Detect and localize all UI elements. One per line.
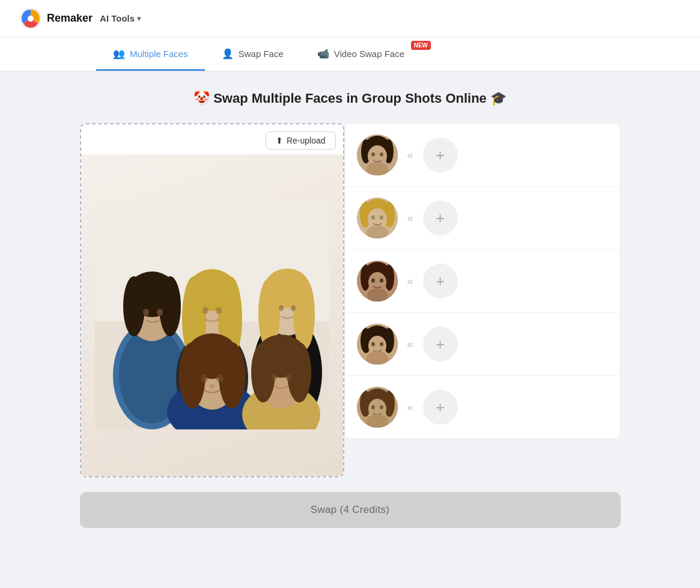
ai-tools-dropdown[interactable]: AI Tools ▾ [100, 13, 141, 23]
svg-point-47 [380, 153, 383, 157]
svg-point-71 [380, 342, 383, 347]
svg-point-33 [210, 384, 215, 388]
top-navigation: Remaker AI Tools ▾ [0, 0, 700, 37]
chevrons-left-icon-4: « [407, 338, 413, 351]
upload-panel[interactable]: ⬆ Re-upload [80, 123, 344, 477]
svg-point-79 [380, 405, 383, 410]
svg-point-30 [219, 342, 245, 408]
chevrons-left-icon-1: « [407, 149, 413, 162]
swap-button-label: Swap (4 Credits) [311, 504, 389, 515]
add-face-button-5[interactable]: + [423, 390, 458, 425]
face-list-scroll[interactable]: « + [344, 123, 621, 439]
logo-area[interactable]: Remaker AI Tools ▾ [19, 7, 141, 30]
svg-point-54 [371, 216, 375, 220]
face-row: « + [345, 313, 620, 376]
svg-point-10 [143, 309, 149, 316]
svg-point-78 [371, 405, 375, 410]
plus-icon-5: + [436, 398, 445, 417]
ai-tools-label: AI Tools [100, 13, 135, 23]
swap-face-icon: 👤 [222, 48, 234, 59]
multiple-faces-icon: 👥 [113, 48, 125, 59]
tab-swap-face[interactable]: 👤 Swap Face [205, 37, 300, 71]
chevron-down-icon: ▾ [137, 14, 141, 23]
svg-point-39 [271, 374, 277, 381]
reupload-button[interactable]: ⬆ Re-upload [266, 132, 336, 150]
new-badge: NEW [411, 41, 431, 50]
workspace: ⬆ Re-upload [80, 123, 621, 477]
svg-point-25 [291, 305, 296, 311]
svg-point-31 [201, 374, 208, 383]
page-title: 🤡 Swap Multiple Faces in Group Shots Onl… [193, 91, 507, 106]
svg-point-18 [216, 307, 222, 314]
svg-point-63 [380, 279, 383, 283]
add-face-button-3[interactable]: + [423, 264, 458, 299]
chevrons-left-icon-2: « [407, 212, 413, 225]
svg-point-38 [287, 342, 311, 402]
svg-point-55 [380, 216, 383, 220]
svg-point-9 [159, 276, 181, 336]
plus-icon-3: + [436, 272, 445, 291]
chevrons-left-icon-3: « [407, 275, 413, 288]
swap-button[interactable]: Swap (4 Credits) [80, 492, 621, 528]
svg-point-24 [279, 305, 284, 311]
plus-icon-1: + [436, 146, 445, 165]
svg-point-70 [371, 342, 375, 347]
plus-icon-4: + [436, 335, 445, 354]
svg-point-60 [385, 264, 394, 291]
svg-point-46 [371, 153, 375, 157]
reupload-label: Re-upload [287, 136, 326, 145]
video-swap-face-icon: 📹 [317, 48, 329, 59]
face-row: « + [345, 376, 620, 438]
face-avatar-5 [357, 387, 398, 428]
group-photo-area [81, 154, 343, 476]
svg-point-1 [28, 16, 34, 22]
svg-point-29 [179, 342, 205, 408]
group-photo-svg [95, 201, 329, 429]
tab-video-swap-face-label: Video Swap Face [334, 49, 404, 59]
reupload-icon: ⬆ [276, 136, 283, 145]
face-avatar-2 [357, 198, 398, 238]
tab-multiple-faces[interactable]: 👥 Multiple Faces [96, 37, 205, 71]
svg-point-59 [361, 264, 370, 291]
tab-bar: 👥 Multiple Faces 👤 Swap Face 📹 Video Swa… [0, 37, 700, 71]
tab-video-swap-face[interactable]: 📹 Video Swap Face NEW [300, 37, 428, 71]
face-avatar-1 [357, 135, 398, 175]
face-row: « + [345, 187, 620, 250]
add-face-button-4[interactable]: + [423, 327, 458, 362]
remaker-logo-icon [19, 7, 42, 30]
chevrons-left-icon-5: « [407, 401, 413, 414]
main-content: 🤡 Swap Multiple Faces in Group Shots Onl… [0, 71, 700, 552]
svg-point-32 [216, 374, 224, 383]
svg-point-62 [371, 279, 375, 283]
tab-multiple-faces-label: Multiple Faces [130, 49, 188, 59]
face-avatar-3 [357, 261, 398, 302]
face-avatar-4 [357, 324, 398, 365]
plus-icon-2: + [436, 209, 445, 228]
tab-swap-face-label: Swap Face [239, 49, 284, 59]
face-row: « + [345, 250, 620, 313]
add-face-button-2[interactable]: + [423, 201, 458, 235]
svg-point-40 [285, 374, 291, 381]
app-name: Remaker [47, 12, 93, 25]
svg-point-37 [251, 342, 275, 402]
svg-point-17 [202, 307, 208, 314]
face-list-panel: « + [344, 123, 621, 477]
add-face-button-1[interactable]: + [423, 138, 458, 172]
svg-point-8 [123, 276, 145, 336]
svg-point-11 [157, 309, 163, 316]
face-row: « + [345, 124, 620, 187]
swap-button-wrap: Swap (4 Credits) [80, 492, 621, 528]
